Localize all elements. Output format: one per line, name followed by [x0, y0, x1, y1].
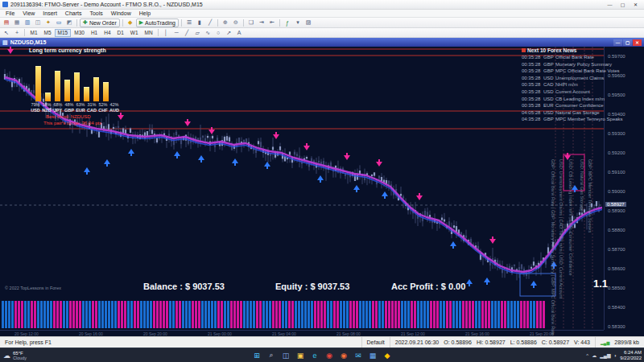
- currency-strength-labels: USDNZDJPYGBPEURCADCHFAUD: [30, 108, 120, 113]
- news-event: NHPI m/m: [555, 81, 642, 88]
- histogram-bar: [394, 301, 397, 328]
- timeframe-mn[interactable]: MN: [142, 29, 155, 37]
- metaeditor-icon[interactable]: ◆: [126, 19, 135, 27]
- histogram-bar: [298, 301, 300, 328]
- channel-tool-icon[interactable]: ▱: [192, 28, 202, 37]
- histogram-bar: [533, 301, 535, 328]
- taskbar-search-icon[interactable]: ⌕: [266, 350, 277, 360]
- text-tool-icon[interactable]: A: [234, 28, 244, 37]
- histogram-bar: [147, 301, 149, 328]
- auto-scroll-icon[interactable]: ⇥: [257, 19, 266, 27]
- histogram-bar: [459, 301, 461, 328]
- taskbar-chrome-icon[interactable]: ◉: [324, 350, 335, 360]
- onedrive-icon[interactable]: ☁: [592, 352, 597, 358]
- taskbar-start-icon[interactable]: ⊞: [252, 350, 262, 360]
- chart-profiles-icon[interactable]: ▦: [12, 19, 22, 27]
- timeframe-m5[interactable]: M5: [41, 29, 54, 37]
- status-bar-info: 2022.09.21 06:30 O: 0.58896 Hi: 0.58927 …: [390, 337, 595, 348]
- news-currency: USD: [543, 75, 555, 82]
- menu-insert[interactable]: Insert: [39, 10, 61, 16]
- axis-price-label: 0.59200: [608, 150, 625, 155]
- maximize-button[interactable]: ▢: [617, 1, 629, 8]
- status-profile[interactable]: Default: [361, 337, 390, 348]
- chart-minimize-button[interactable]: —: [613, 39, 622, 46]
- status-high: Hi: 0.58927: [477, 339, 506, 345]
- menu-window[interactable]: Window: [107, 10, 135, 16]
- new-order-button[interactable]: ✚New Order: [80, 19, 120, 27]
- menu-view[interactable]: View: [19, 10, 39, 16]
- menu-help[interactable]: Help: [135, 10, 155, 16]
- chart-area[interactable]: Long term currency strength 79%18%68%48%…: [0, 47, 644, 336]
- strength-percent: 52%: [97, 102, 109, 107]
- taskbar-edge-icon[interactable]: e: [310, 350, 320, 360]
- histogram-bar: [279, 301, 281, 328]
- histogram-bar: [63, 301, 65, 328]
- histogram-bar: [404, 301, 407, 328]
- arrows-tool-icon[interactable]: ↗: [224, 28, 233, 37]
- minimize-button[interactable]: —: [604, 1, 616, 8]
- menu-file[interactable]: File: [2, 10, 19, 16]
- histogram-bar: [520, 301, 522, 328]
- chart-shift-icon[interactable]: ⇤: [267, 19, 277, 27]
- terminal-icon[interactable]: ▭: [54, 19, 64, 27]
- menu-charts[interactable]: Charts: [61, 10, 86, 16]
- axis-time-label: 20 Sep 16:00: [79, 331, 103, 336]
- taskbar-clock[interactable]: 6:24 AM 9/22/2022: [620, 350, 642, 361]
- bar-chart-mode-icon[interactable]: ☰: [184, 19, 194, 27]
- market-watch-icon[interactable]: ▥: [23, 19, 32, 27]
- shapes-tool-icon[interactable]: ○: [213, 28, 223, 37]
- timeframe-m1[interactable]: M1: [27, 29, 40, 37]
- vertical-line-tool-icon[interactable]: │: [161, 28, 171, 37]
- timeframe-m15[interactable]: M15: [55, 29, 71, 37]
- data-window-icon[interactable]: ◫: [33, 19, 43, 27]
- taskbar-file-explorer-icon[interactable]: ▣: [295, 350, 306, 360]
- timeframe-w1[interactable]: W1: [127, 29, 141, 37]
- timeframe-h4[interactable]: H4: [101, 29, 114, 37]
- tile-windows-icon[interactable]: ❏: [246, 19, 256, 27]
- navigator-icon[interactable]: ✦: [43, 19, 53, 27]
- time-axis[interactable]: 20 Sep 12:0020 Sep 16:0020 Sep 20:0021 S…: [0, 330, 604, 336]
- candlestick-mode-icon[interactable]: ▮: [195, 19, 204, 27]
- strategy-tester-icon[interactable]: ◩: [64, 19, 74, 27]
- taskbar-weather-widget[interactable]: ☁ 65°F Cloudy: [0, 351, 27, 360]
- zoom-out-icon[interactable]: ⊖: [231, 19, 241, 27]
- hidden-icons-chevron-icon[interactable]: ^: [586, 353, 588, 358]
- taskbar-firefox-icon[interactable]: ◉: [339, 350, 349, 360]
- histogram-bar: [259, 301, 262, 328]
- volume-icon[interactable]: ◗: [614, 353, 617, 358]
- indicators-list-icon[interactable]: ƒ: [283, 19, 292, 27]
- periods-menu-icon[interactable]: ▾: [293, 19, 303, 27]
- close-button[interactable]: ✕: [630, 1, 642, 8]
- crosshair-tool-icon[interactable]: +: [12, 28, 22, 37]
- trendline-tool-icon[interactable]: ╱: [182, 28, 192, 37]
- axis-price-label: 0.59100: [608, 170, 625, 175]
- new-chart-icon[interactable]: ▤: [2, 19, 11, 27]
- strength-bar: [74, 72, 80, 101]
- chart-close-button[interactable]: ✕: [633, 39, 642, 46]
- horizontal-line-tool-icon[interactable]: ─: [171, 28, 181, 37]
- timeframe-d1[interactable]: D1: [114, 29, 126, 37]
- chart-restore-button[interactable]: ▢: [623, 39, 632, 46]
- zoom-in-icon[interactable]: ⊕: [221, 19, 230, 27]
- taskbar-center-icons: ⊞⌕◫▣e◉◉✉▦◆: [252, 350, 393, 360]
- histogram-bar: [221, 301, 223, 328]
- network-icon[interactable]: ▂▄▆: [600, 352, 610, 358]
- taskbar-metatrader-icon[interactable]: ◆: [382, 350, 393, 360]
- histogram-bar: [92, 301, 94, 328]
- templates-menu-icon[interactable]: ▨: [303, 19, 313, 27]
- autotrading-button[interactable]: ▶AutoTrading: [136, 19, 179, 27]
- buy-arrow-icon: [353, 185, 360, 192]
- timeframe-h1[interactable]: H1: [88, 29, 100, 37]
- menu-tools[interactable]: Tools: [85, 10, 106, 16]
- taskbar-store-icon[interactable]: ▦: [368, 350, 378, 360]
- histogram-bar: [76, 301, 78, 328]
- fibonacci-tool-icon[interactable]: ∿: [203, 28, 213, 37]
- taskbar-task-view-icon[interactable]: ◫: [281, 350, 291, 360]
- taskbar-mail-icon[interactable]: ✉: [353, 350, 364, 360]
- cursor-tool-icon[interactable]: ↖: [2, 28, 11, 37]
- timeframe-m30[interactable]: M30: [72, 29, 88, 37]
- news-row: 00:35:28USDUnemployment Claims: [522, 75, 642, 82]
- chart-caption-bar[interactable]: ▤ NZDUSD,M15 — ▢ ✕: [0, 38, 644, 47]
- histogram-bar: [72, 301, 75, 328]
- line-chart-mode-icon[interactable]: ╱: [205, 19, 215, 27]
